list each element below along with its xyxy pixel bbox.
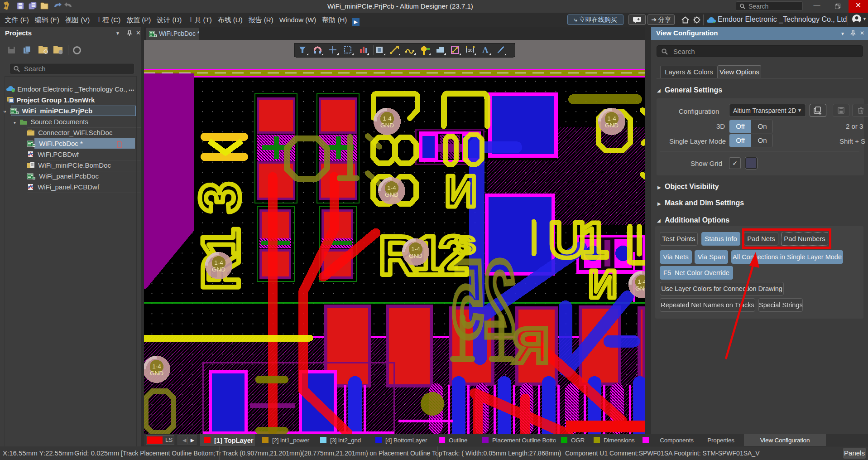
svg-text:1-4: 1-4 (638, 278, 645, 285)
svg-text:GND: GND (605, 122, 619, 129)
svg-text:3: 3 (188, 182, 251, 213)
svg-text:1-4: 1-4 (152, 363, 161, 370)
svg-text:GND: GND (385, 191, 398, 198)
svg-text:1-4: 1-4 (214, 259, 223, 266)
svg-text:1-4: 1-4 (387, 184, 396, 191)
svg-text:R: R (513, 317, 549, 374)
svg-text:1-4: 1-4 (607, 115, 616, 122)
svg-text:GND: GND (380, 122, 394, 129)
svg-text:N: N (445, 166, 477, 216)
svg-text:1-4: 1-4 (411, 246, 420, 252)
svg-text:1-4: 1-4 (383, 115, 392, 122)
svg-text:10: 10 (468, 48, 472, 53)
svg-text:GND: GND (212, 266, 225, 273)
svg-text:GND: GND (150, 370, 163, 377)
svg-text:N: N (588, 261, 617, 306)
svg-text:S: S (454, 231, 476, 259)
svg-text:A: A (482, 45, 489, 55)
svg-text:U1: U1 (549, 212, 607, 268)
svg-text:GND: GND (409, 252, 422, 259)
svg-text:GND: GND (635, 285, 645, 292)
